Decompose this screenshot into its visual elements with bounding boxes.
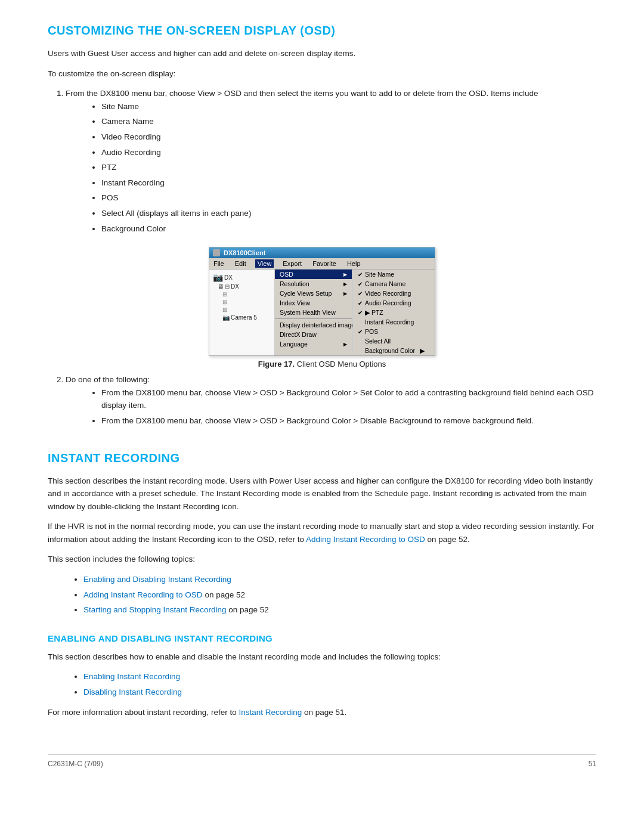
link-instant-recording[interactable]: Instant Recording xyxy=(239,708,302,717)
list-item: From the DX8100 menu bar, choose View > … xyxy=(101,386,596,412)
figure17-caption-bold: Figure 17. xyxy=(258,360,295,368)
section1-title: CUSTOMIZING THE ON-SCREEN DISPLAY (OSD) xyxy=(48,24,596,38)
tree-item: 📷 DX xyxy=(212,272,272,283)
list-item: Enabling and Disabling Instant Recording xyxy=(83,573,596,586)
osd-menubar: File Edit View Export Favorite Help xyxy=(209,258,435,270)
steps-list: From the DX8100 menu bar, choose View > … xyxy=(66,87,596,235)
list-item: Background Color xyxy=(101,222,596,236)
menu-file: File xyxy=(212,259,226,268)
right-background-color: ✔Background Color▶ xyxy=(353,346,435,355)
osd-left-panel: 📷 DX 🖥 ⊟ DX ⊞ ⊞ ⊞ 📷 xyxy=(209,270,275,355)
menu-osd: OSD▶ xyxy=(275,270,352,279)
step1-text: From the DX8100 menu bar, choose View > … xyxy=(66,89,538,98)
link-enabling-disabling[interactable]: Enabling and Disabling Instant Recording xyxy=(83,575,231,584)
osd-body: 📷 DX 🖥 ⊟ DX ⊞ ⊞ ⊞ 📷 xyxy=(209,270,435,355)
list-item: Enabling Instant Recording xyxy=(83,670,596,683)
right-ptz: ✔▶ PTZ xyxy=(353,308,435,317)
topic-suffix2: on page 52 xyxy=(228,605,269,614)
menu-favorite: Favorite xyxy=(311,259,338,268)
osd-items-list: Site Name Camera Name Video Recording Au… xyxy=(101,100,596,235)
osd-center-panel: OSD▶ Resolution▶ Cycle Views Setup▶ Inde… xyxy=(275,270,352,355)
section3-para1: This section describes how to enable and… xyxy=(48,651,596,664)
list-item: Disabling Instant Recording xyxy=(83,686,596,699)
section2-para2: If the HVR is not in the normal recordin… xyxy=(48,520,596,546)
right-video-recording: ✔Video Recording xyxy=(353,289,435,298)
tree-item: 🖥 ⊟ DX xyxy=(216,283,272,290)
list-item: Video Recording xyxy=(101,131,596,144)
figure17-container: DX8100Client File Edit View Export Favor… xyxy=(203,247,441,368)
section1-to-customize: To customize the on-screen display: xyxy=(48,67,596,80)
list-item: Site Name xyxy=(101,100,596,113)
section2-title: INSTANT RECORDING xyxy=(48,451,596,465)
menu-view: View xyxy=(255,259,274,268)
list-item: Audio Recording xyxy=(101,146,596,159)
section2-para2-suffix: on page 52. xyxy=(427,535,469,544)
menu-language: Language▶ xyxy=(275,339,352,349)
menu-system-health: System Health View xyxy=(275,308,352,317)
step2-bullets: From the DX8100 menu bar, choose View > … xyxy=(101,386,596,428)
menu-directx: DirectX Draw xyxy=(275,330,352,339)
step2-list: Do one of the following: From the DX8100… xyxy=(66,373,596,427)
list-item: Select All (displays all items in each p… xyxy=(101,207,596,220)
menu-divider xyxy=(275,318,352,319)
list-item: Adding Instant Recording to OSD on page … xyxy=(83,589,596,602)
link-enabling-instant[interactable]: Enabling Instant Recording xyxy=(83,672,180,681)
osd-right-panel: ✔Site Name ✔Camera Name ✔Video Recording… xyxy=(352,270,435,355)
figure17-caption-text: Client OSD Menu Options xyxy=(297,360,386,368)
list-item: Starting and Stopping Instant Recording … xyxy=(83,603,596,617)
list-item: PTZ xyxy=(101,161,596,174)
right-audio-recording: ✔Audio Recording xyxy=(353,298,435,308)
menu-edit: Edit xyxy=(233,259,248,268)
section3-title: ENABLING AND DISABLING INSTANT RECORDING xyxy=(48,633,596,643)
osd-title-text: DX8100Client xyxy=(224,249,265,256)
list-item: From the DX8100 menu bar, choose View > … xyxy=(101,414,596,428)
section2-para1: This section describes the instant recor… xyxy=(48,475,596,513)
link-adding-instant-osd2[interactable]: Adding Instant Recording to OSD xyxy=(83,590,203,599)
list-item: POS xyxy=(101,191,596,205)
osd-title-icon xyxy=(213,249,220,256)
section1-intro: Users with Guest User access and higher … xyxy=(48,47,596,60)
footer-left: C2631M-C (7/09) xyxy=(48,760,103,768)
osd-screenshot: DX8100Client File Edit View Export Favor… xyxy=(209,247,435,356)
footer-right: 51 xyxy=(589,760,596,768)
section3-para2-suffix: on page 51. xyxy=(304,708,346,717)
list-item: Camera Name xyxy=(101,115,596,128)
tree-item: ⊞ xyxy=(221,306,272,314)
menu-index-view: Index View xyxy=(275,298,352,308)
section3-para2: For more information about instant recor… xyxy=(48,706,596,719)
menu-deinterlace: Display deinterlaced image xyxy=(275,320,352,330)
menu-help: Help xyxy=(345,259,363,268)
tree-item-camera5: 📷 Camera 5 xyxy=(221,314,272,321)
list-item: Instant Recording xyxy=(101,176,596,190)
section2-topics: Enabling and Disabling Instant Recording… xyxy=(83,573,596,617)
step2-text: Do one of the following: xyxy=(66,375,150,384)
menu-resolution: Resolution▶ xyxy=(275,279,352,289)
step1: From the DX8100 menu bar, choose View > … xyxy=(66,87,596,235)
page-footer: C2631M-C (7/09) 51 xyxy=(48,754,596,768)
figure17-caption: Figure 17. Client OSD Menu Options xyxy=(258,360,386,368)
section3-para2-prefix: For more information about instant recor… xyxy=(48,708,239,717)
tree-item: ⊞ xyxy=(221,298,272,306)
step2: Do one of the following: From the DX8100… xyxy=(66,373,596,427)
right-camera-name: ✔Camera Name xyxy=(353,279,435,289)
right-site-name: ✔Site Name xyxy=(353,270,435,279)
menu-export: Export xyxy=(281,259,304,268)
link-adding-instant-osd[interactable]: Adding Instant Recording to OSD xyxy=(306,535,425,544)
menu-cycle-views: Cycle Views Setup▶ xyxy=(275,289,352,298)
link-starting-stopping[interactable]: Starting and Stopping Instant Recording xyxy=(83,605,226,614)
section2-para3: This section includes the following topi… xyxy=(48,553,596,566)
osd-title-bar: DX8100Client xyxy=(209,247,435,258)
right-select-all: ✔Select All xyxy=(353,336,435,346)
link-disabling-instant[interactable]: Disabling Instant Recording xyxy=(83,688,182,696)
tree-item: ⊞ xyxy=(221,290,272,298)
section3-topics: Enabling Instant Recording Disabling Ins… xyxy=(83,670,596,698)
right-pos: ✔POS xyxy=(353,327,435,336)
topic-suffix: on page 52 xyxy=(205,590,245,599)
right-instant-recording: ✔Instant Recording xyxy=(353,317,435,327)
